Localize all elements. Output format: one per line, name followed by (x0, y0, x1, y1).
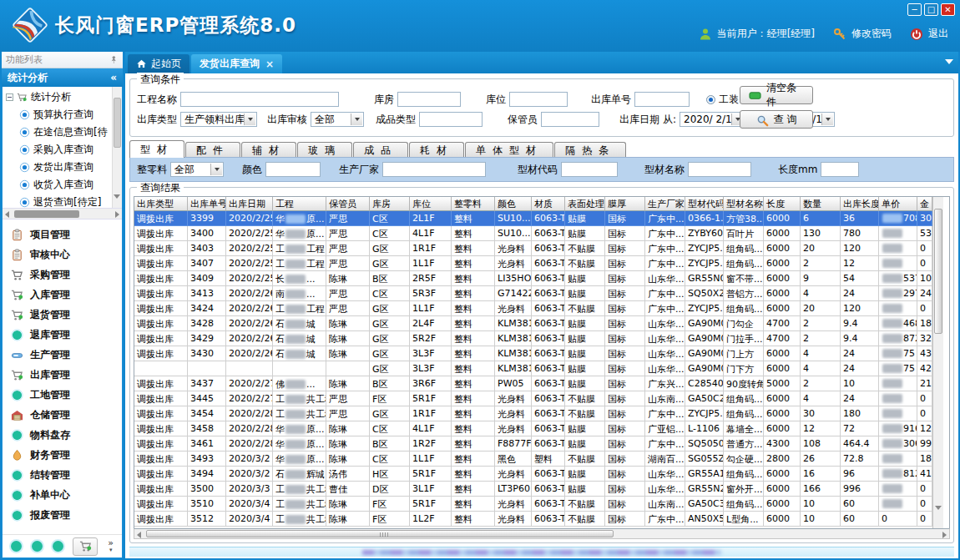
table-row[interactable]: 调拨出库34302020/2/26石城陈琳G区3L3F整料KLM38176063… (134, 346, 932, 361)
table-row[interactable]: 调拨出库34932020/3/2华原...陈琳C区1L1F整料黑色塑料不贴膜国标… (134, 452, 932, 467)
grid-hscrollbar-thumb[interactable] (146, 530, 614, 537)
outbound-no-input[interactable] (634, 92, 690, 107)
tree-item-0[interactable]: 预算执行查询 (6, 106, 112, 124)
tab-list-dropdown-icon[interactable] (945, 59, 953, 64)
expander-icon[interactable] (6, 93, 13, 101)
material-tab-6[interactable]: 单体型材 (465, 142, 553, 158)
tree-item-5[interactable]: 退货查询[待定] (6, 194, 112, 208)
table-row[interactable]: 调拨出库34452020/2/27工共工程严思F区5R1F整料光身料6063-T… (134, 391, 932, 406)
material-tab-5[interactable]: 耗材 (409, 142, 464, 158)
column-header-14[interactable]: 型材名称 (724, 197, 764, 211)
column-header-11[interactable]: 膜厚 (605, 197, 645, 211)
length-input[interactable] (821, 162, 859, 177)
sidebar-group-header[interactable]: 统计分析 « (2, 68, 123, 87)
sidebar-item-3[interactable]: 入库管理 (3, 285, 122, 305)
profile-code-input[interactable] (561, 162, 618, 177)
table-row[interactable]: 调拨出库34942020/3/2石辉城汤伟H区5R1F整料光身料6063-T5贴… (134, 467, 932, 482)
column-header-16[interactable]: 数量 (801, 197, 841, 211)
radio-work-clothing[interactable]: 工装 (706, 93, 739, 107)
column-header-5[interactable]: 库房 (370, 197, 410, 211)
table-row[interactable]: 调拨出库34002020/2/25华原...严思C区4L1F整料SU10...6… (134, 226, 932, 241)
pin-icon[interactable] (109, 55, 119, 64)
tab-close-icon[interactable]: × (265, 58, 274, 70)
table-row[interactable]: 调拨出库34292020/2/26石城陈琳G区5R2F整料KLM38176063… (134, 331, 932, 346)
outbound-audit-select[interactable]: 全部 (311, 112, 364, 127)
column-header-12[interactable]: 生产厂家 (645, 197, 685, 211)
column-header-4[interactable]: 保管员 (326, 197, 370, 211)
table-row[interactable]: 调拨出库35002020/3/3工共工程曹佳D区3L1F整料LT3P606063… (134, 482, 932, 497)
tree-item-1[interactable]: 在途信息查询[待 (6, 124, 112, 141)
table-row[interactable]: 调拨出库34032020/2/25工工程严思G区1R1F整料光身料6063-T5… (134, 241, 932, 256)
sidebar-item-2[interactable]: 采购管理 (3, 265, 122, 285)
table-row[interactable]: 调拨出库34242020/2/26工工程严思G区1L1F整料光身料6063-T5… (134, 301, 932, 316)
table-row[interactable]: 调拨出库34612020/2/28华原...陈琳B区1R2F整料F8877FT6… (134, 436, 932, 452)
collapse-icon[interactable]: « (110, 72, 117, 83)
sidebar-item-8[interactable]: 工地管理 (3, 385, 122, 405)
sidebar-item-1[interactable]: 审核中心 (3, 245, 122, 265)
quick-item-3-icon[interactable] (53, 541, 63, 552)
sidebar-item-9[interactable]: 仓储管理 (3, 405, 122, 425)
sidebar-item-10[interactable]: 物料盘存 (3, 425, 122, 445)
table-row[interactable]: 调拨出库34542020/2/28工共工程严思G区1R1F整料光身料6063-T… (134, 406, 932, 421)
project-name-input[interactable] (180, 92, 339, 107)
close-button[interactable]: ✕ (941, 3, 955, 16)
table-row[interactable]: 调拨出库34282020/2/26石城陈琳G区2L4F整料KLM38176063… (134, 316, 932, 331)
change-password-link[interactable]: 修改密码 (851, 27, 892, 41)
whole-part-select[interactable]: 全部 (170, 162, 224, 177)
table-row[interactable]: 调拨出库34582020/2/28华原...陈琳C区4L1F整料光身料6063-… (134, 421, 932, 436)
tree-root-statistics[interactable]: 统计分析 (6, 88, 112, 106)
column-header-13[interactable]: 型材代码 (685, 197, 724, 211)
tree-scrollbar-thumb[interactable] (114, 98, 121, 148)
color-input[interactable] (265, 162, 321, 177)
location-input[interactable] (509, 92, 568, 107)
material-tab-4[interactable]: 成品 (353, 142, 408, 158)
table-row[interactable]: G区3L3F整料KLM38176063-T5贴膜国标山东华...GA90M09.… (134, 361, 932, 376)
table-row[interactable]: 调拨出库34072020/2/25工工程严思G区1L1F整料光身料6063-T5… (134, 256, 932, 271)
grid-vscrollbar-thumb[interactable] (934, 209, 942, 334)
column-header-18[interactable]: 单价 (879, 197, 917, 211)
sidebar-item-6[interactable]: 生产管理 (3, 345, 122, 365)
quick-item-2-icon[interactable] (32, 541, 43, 552)
product-type-input[interactable] (419, 112, 483, 127)
column-header-9[interactable]: 材质 (532, 197, 565, 211)
material-tab-2[interactable]: 辅材 (241, 142, 296, 158)
grid-horizontal-scrollbar[interactable] (134, 528, 950, 539)
warehouse-input[interactable] (397, 92, 461, 107)
column-header-2[interactable]: 出库日期 (226, 197, 273, 211)
quick-cart-button[interactable] (73, 537, 98, 556)
tree-item-4[interactable]: 收货入库查询 (6, 176, 112, 194)
profile-name-input[interactable] (688, 162, 751, 177)
sidebar-item-7[interactable]: 出库管理 (3, 365, 122, 385)
column-header-7[interactable]: 整零料 (452, 197, 495, 211)
tree-item-3[interactable]: 发货出库查询 (6, 159, 112, 176)
date-from-picker[interactable]: 2020/ 2/16 (680, 112, 745, 127)
column-header-15[interactable]: 长度 (764, 197, 801, 211)
keeper-input[interactable] (541, 112, 599, 127)
search-button[interactable]: 查 询 (740, 110, 813, 129)
sidebar-item-11[interactable]: 财务管理 (3, 445, 122, 465)
material-tab-7[interactable]: 隔热条 (554, 142, 626, 158)
column-header-3[interactable]: 工程 (273, 197, 326, 211)
tab-shipment-outbound-query[interactable]: 发货出库查询 × (191, 54, 282, 73)
column-header-17[interactable]: 出库长度 (841, 197, 879, 211)
material-tab-0[interactable]: 型材 (129, 140, 184, 158)
sidebar-item-13[interactable]: 补单中心 (3, 485, 122, 505)
column-header-10[interactable]: 表面处理 (565, 197, 605, 211)
sidebar-item-5[interactable]: 退库管理 (3, 325, 122, 345)
material-tab-1[interactable]: 配件 (185, 142, 240, 158)
table-row[interactable]: 调拨出库35102020/3/4工共工程陈琳F区5R1F整料光身料6063-T5… (134, 497, 932, 512)
column-header-6[interactable]: 库位 (410, 197, 452, 211)
clear-conditions-button[interactable]: 清空条件 (740, 86, 813, 104)
table-row[interactable]: 调拨出库33992020/2/25华原...严思C区2L1F整料SU10...6… (134, 211, 932, 226)
sidebar-item-14[interactable]: 报废管理 (3, 505, 122, 525)
more-items-button[interactable]: » ▾ (108, 539, 114, 554)
sidebar-item-12[interactable]: 结转管理 (3, 465, 122, 485)
sidebar-item-0[interactable]: 项目管理 (3, 225, 122, 245)
table-row[interactable]: 调拨出库34092020/2/25长...陈琳B区2R5F整料LI35HO606… (134, 271, 932, 286)
tree-hscrollbar[interactable] (3, 209, 122, 219)
material-tab-3[interactable]: 玻璃 (297, 142, 352, 158)
outbound-type-select[interactable]: 生产领料出库 (180, 112, 257, 127)
column-header-1[interactable]: 出库单号 (188, 197, 226, 211)
column-header-19[interactable]: 金 (917, 197, 932, 211)
tree-item-2[interactable]: 采购入库查询 (6, 141, 112, 159)
